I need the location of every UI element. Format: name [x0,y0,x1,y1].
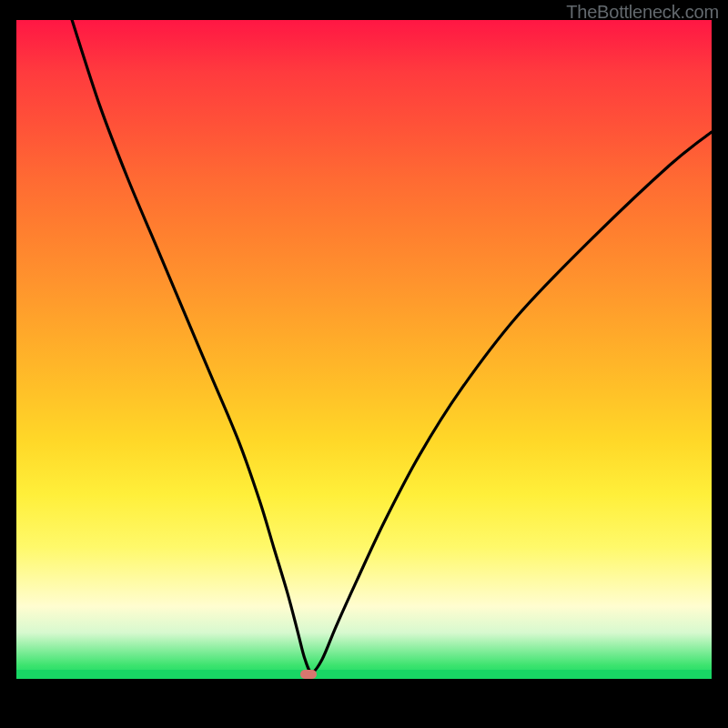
chart-bottom-border [16,679,712,712]
chart-frame [16,20,712,712]
bottleneck-curve [16,20,712,679]
optimal-point-marker [300,670,317,679]
